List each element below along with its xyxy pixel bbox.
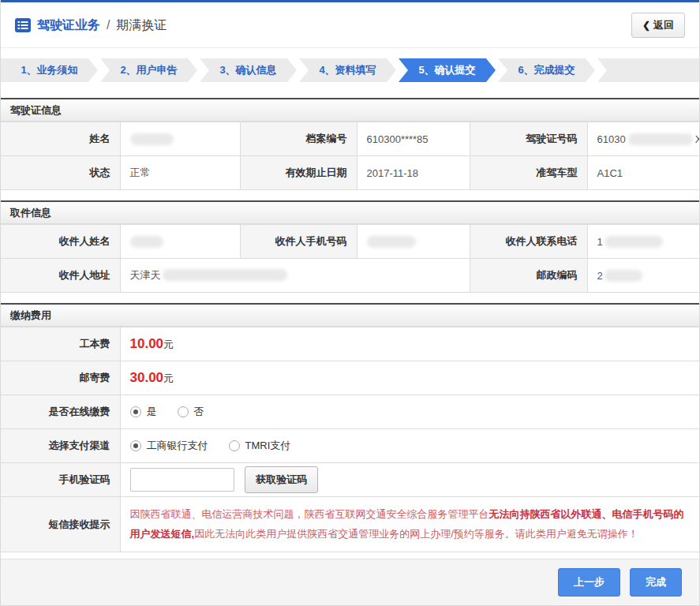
table-row: 短信接收提示 因陕西省联通、电信运营商技术问题，陕西省互联网交通安全综合服务管理… [1,497,699,552]
table-row: 工本费 10.00元 [1,327,699,361]
payment-table: 工本费 10.00元 邮寄费 30.00元 是否在线缴费 是否 选择支付渠道 工… [1,327,699,552]
recipient-address-value: 天津天 [120,259,470,293]
recipient-address-label: 收件人地址 [1,259,120,293]
recipient-phone-value: 1 [587,225,699,259]
online-pay-options: 是否 [120,395,699,429]
pay-channel-label: 选择支付渠道 [1,429,120,463]
license-number-label: 驾驶证号码 [470,122,587,156]
list-icon [15,17,31,33]
redacted-value [163,269,287,281]
table-row: 状态 正常 有效期止日期 2017-11-18 准驾车型 A1C1 [1,156,699,190]
back-button-label: 返回 [653,18,674,32]
license-number-value: 61030X [587,122,699,156]
table-row: 手机验证码 获取验证码 [1,463,699,497]
license-info-table: 姓名 档案编号 610300****85 驾驶证号码 61030X 状态 正常 … [1,122,699,190]
pickup-info-section: 取件信息 收件人姓名 收件人手机号码 收件人联系电话 1 收件人地址 天津天 邮… [1,200,699,293]
radio-online-no-label[interactable]: 否 [194,406,204,417]
redacted-value [367,236,416,248]
chevron-left-icon: ❮ [642,20,650,31]
production-fee-label: 工本费 [1,327,120,361]
radio-channel-icbc-label[interactable]: 工商银行支付 [147,440,208,451]
status-label: 状态 [1,156,120,190]
pickup-section-title: 取件信息 [1,200,699,224]
redacted-value [605,236,663,248]
recipient-name-value [120,225,240,259]
redacted-value [628,133,693,145]
radio-channel-tmri-label[interactable]: TMRI支付 [245,440,291,451]
sms-notice-text: 因陕西省联通、电信运营商技术问题，陕西省互联网交通安全综合服务管理平台无法向持陕… [120,497,699,552]
file-number-label: 档案编号 [240,122,357,156]
radio-online-no[interactable] [178,406,189,417]
radio-channel-tmri[interactable] [229,440,240,451]
sms-code-field: 获取验证码 [120,463,699,497]
previous-step-button[interactable]: 上一步 [558,568,620,597]
radio-online-yes[interactable] [130,406,141,417]
name-value [120,122,240,156]
page-header: 驾驶证业务 / 期满换证 ❮ 返回 [1,2,699,48]
redacted-value [130,133,174,145]
page: 驾驶证业务 / 期满换证 ❮ 返回 1、业务须知 2、用户申告 3、确认信息 4… [0,0,700,606]
vehicle-class-label: 准驾车型 [470,156,587,190]
breadcrumb: 驾驶证业务 / 期满换证 [15,17,167,34]
file-number-value: 610300****85 [357,122,470,156]
step-navigation: 1、业务须知 2、用户申告 3、确认信息 4、资料填写 5、确认提交 6、完成提… [1,58,699,82]
step-1-notice[interactable]: 1、业务须知 [1,58,98,82]
sms-code-label: 手机验证码 [1,463,120,497]
license-section-title: 驾驶证信息 [1,98,699,122]
get-code-button[interactable]: 获取验证码 [245,466,318,493]
expiry-date-label: 有效期止日期 [240,156,357,190]
step-6-finish-submit[interactable]: 6、完成提交 [498,58,595,82]
sms-code-input[interactable] [130,468,234,492]
sms-notice-label: 短信接收提示 [1,497,120,552]
recipient-mobile-label: 收件人手机号码 [240,225,357,259]
recipient-name-label: 收件人姓名 [1,225,120,259]
name-label: 姓名 [1,122,120,156]
postage-fee-label: 邮寄费 [1,361,120,395]
postal-code-value: 2 [587,259,699,293]
postage-fee-value: 30.00元 [120,361,699,395]
table-row: 邮寄费 30.00元 [1,361,699,395]
step-4-fill-data[interactable]: 4、资料填写 [299,58,396,82]
radio-channel-icbc[interactable] [130,440,141,451]
license-info-section: 驾驶证信息 姓名 档案编号 610300****85 驾驶证号码 61030X … [1,98,699,190]
table-row: 选择支付渠道 工商银行支付TMRI支付 [1,429,699,463]
pickup-info-table: 收件人姓名 收件人手机号码 收件人联系电话 1 收件人地址 天津天 邮政编码 2 [1,224,699,293]
redacted-value [605,270,642,282]
production-fee-value: 10.00元 [120,327,699,361]
step-5-confirm-submit[interactable]: 5、确认提交 [399,58,496,82]
footer-bar: 上一步 完成 [1,559,699,605]
recipient-phone-label: 收件人联系电话 [470,225,587,259]
pay-channel-options: 工商银行支付TMRI支付 [120,429,699,463]
redacted-value [130,236,163,248]
breadcrumb-separator: / [107,18,110,32]
table-row: 收件人地址 天津天 邮政编码 2 [1,259,699,293]
table-row: 是否在线缴费 是否 [1,395,699,429]
table-row: 收件人姓名 收件人手机号码 收件人联系电话 1 [1,225,699,259]
vehicle-class-value: A1C1 [587,156,699,190]
expiry-date-value: 2017-11-18 [357,156,470,190]
postal-code-label: 邮政编码 [470,259,587,293]
recipient-mobile-value [357,225,470,259]
page-subtitle: 期满换证 [116,17,167,34]
back-button[interactable]: ❮ 返回 [631,13,685,38]
step-bar-filler [597,58,699,82]
online-pay-label: 是否在线缴费 [1,395,120,429]
payment-section-title: 缴纳费用 [1,303,699,327]
status-value: 正常 [120,156,240,190]
page-title: 驾驶证业务 [37,17,100,34]
payment-section: 缴纳费用 工本费 10.00元 邮寄费 30.00元 是否在线缴费 是否 选择支… [1,303,699,552]
step-3-confirm-info[interactable]: 3、确认信息 [200,58,297,82]
table-row: 姓名 档案编号 610300****85 驾驶证号码 61030X [1,122,699,156]
step-2-declare[interactable]: 2、用户申告 [100,58,197,82]
radio-online-yes-label[interactable]: 是 [147,406,157,417]
finish-button[interactable]: 完成 [630,568,682,597]
